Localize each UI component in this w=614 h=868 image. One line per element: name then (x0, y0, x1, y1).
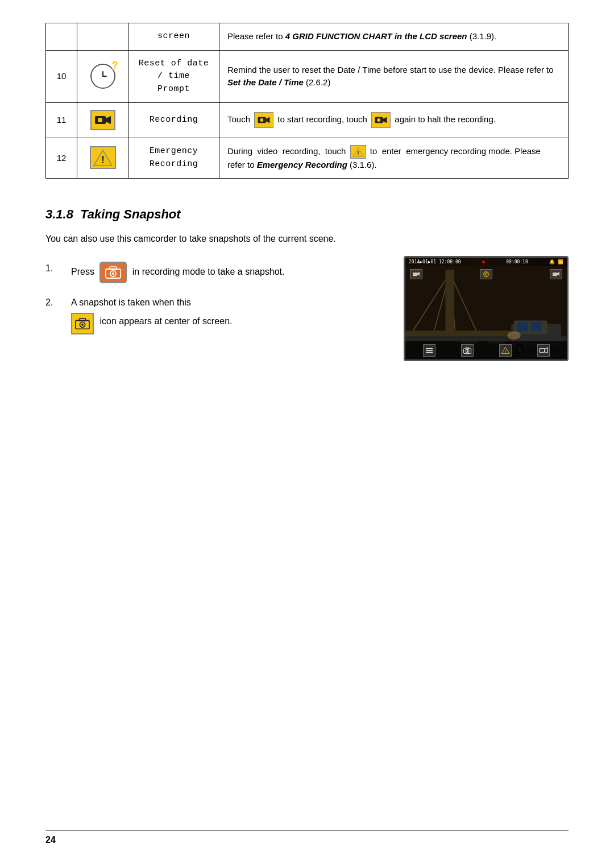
svg-point-54 (112, 272, 114, 275)
svg-marker-40 (557, 272, 559, 276)
row-desc: Remind the user to reset the Date / Time… (219, 50, 569, 103)
svg-marker-9 (383, 117, 387, 123)
row-num: 10 (46, 50, 77, 103)
section-title: 3.1.8 Taking Snapshot (45, 207, 569, 222)
table-row: 10 ? Reset of date / timePrompt Remin (46, 50, 569, 103)
svg-marker-35 (417, 272, 420, 276)
step-1: 1. Press in recording mode to take a sna… (45, 262, 387, 283)
lcd-rec: ● (482, 259, 485, 264)
svg-point-7 (260, 118, 263, 122)
svg-point-10 (377, 118, 380, 122)
table-row: screen Please refer to 4 GRID FUNCTION C… (46, 23, 569, 51)
step-1-num: 1. (45, 262, 71, 275)
row-desc: During video recording, touch ! to enter… (219, 138, 569, 179)
row-icon-cell (77, 103, 128, 138)
lcd-icon-2 (480, 269, 492, 279)
recording-icon (90, 110, 115, 130)
inline-cam-icon-1 (254, 112, 273, 128)
inline-warning-icon: ! (350, 145, 366, 159)
row-num: 12 (46, 138, 77, 179)
row-num (46, 23, 77, 51)
svg-text:!: ! (504, 349, 505, 353)
lcd-top-bar: 2014▶01▶01 12:00:00 ● 00:00:10 🔔 📶 (405, 258, 567, 266)
svg-rect-27 (517, 322, 528, 332)
table-row: 12 ! EmergencyRecording During video rec… (46, 138, 569, 179)
lcd-preview: 2014▶01▶01 12:00:00 ● 00:00:10 🔔 📶 (404, 256, 569, 361)
section-intro: You can also use this camcorder to take … (45, 232, 569, 246)
svg-point-33 (507, 332, 521, 340)
inline-cam-icon-2 (371, 112, 391, 128)
row-name: screen (128, 23, 219, 51)
svg-rect-39 (553, 272, 557, 276)
step-2-num: 2. (45, 296, 71, 309)
svg-line-60 (75, 318, 77, 320)
svg-rect-55 (110, 267, 117, 270)
svg-point-46 (466, 350, 467, 352)
lcd-icons: 🔔 📶 (549, 259, 563, 264)
lcd-menu-btn (423, 344, 435, 357)
row-desc: Please refer to 4 GRID FUNCTION CHART in… (219, 23, 569, 51)
svg-text:!: ! (101, 154, 105, 166)
step-1-content: Press in recording mode to take a snapsh… (71, 262, 387, 283)
lcd-timer: 00:00:10 (506, 259, 528, 264)
page-footer: 24 (45, 830, 569, 845)
step-2: 2. A snapshot is taken when this (45, 296, 387, 334)
step-2-content: A snapshot is taken when this icon ap (71, 296, 387, 334)
lcd-screen: 2014▶01▶01 12:00:00 ● 00:00:10 🔔 📶 (404, 256, 569, 361)
svg-rect-50 (539, 349, 544, 353)
svg-marker-6 (266, 117, 270, 123)
svg-rect-21 (405, 330, 517, 336)
page-number: 24 (45, 835, 56, 845)
svg-point-36 (413, 274, 415, 275)
row-name: EmergencyRecording (128, 138, 219, 179)
svg-point-58 (81, 324, 84, 326)
lcd-icon-1 (410, 269, 422, 279)
lcd-icon-3 (550, 269, 562, 279)
row-icon-cell (77, 23, 128, 51)
lcd-date: 2014▶01▶01 12:00:00 (409, 259, 461, 264)
row-name: Recording (128, 103, 219, 138)
table-row: 11 Recording Touch (46, 103, 569, 138)
svg-marker-51 (545, 348, 547, 353)
section-318: 3.1.8 Taking Snapshot You can also use t… (45, 207, 569, 361)
svg-marker-3 (106, 116, 111, 124)
warning-icon: ! (90, 146, 116, 169)
steps-and-screenshot: 2014▶01▶01 12:00:00 ● 00:00:10 🔔 📶 (45, 262, 569, 361)
lcd-snapshot-btn (461, 344, 474, 357)
row-num: 11 (46, 103, 77, 138)
lcd-middle-icons (405, 269, 567, 279)
snapshot-anim-icon (71, 313, 94, 334)
svg-point-4 (98, 118, 102, 122)
row-name: Reset of date / timePrompt (128, 50, 219, 103)
question-mark: ? (111, 60, 119, 71)
row-desc: Touch to start recording, touch (219, 103, 569, 138)
svg-point-37 (484, 272, 488, 276)
lcd-warning-btn: ! (499, 344, 512, 357)
svg-rect-47 (466, 348, 469, 349)
lcd-record-btn (537, 344, 550, 357)
svg-point-38 (485, 273, 487, 275)
snapshot-button-icon (99, 262, 127, 283)
row-icon-cell: ? (77, 50, 128, 103)
footer-divider (45, 830, 569, 830)
svg-text:!: ! (357, 149, 359, 156)
svg-rect-28 (530, 322, 542, 332)
row-icon-cell: ! (77, 138, 128, 179)
feature-table: screen Please refer to 4 GRID FUNCTION C… (45, 23, 569, 179)
lcd-bottom-bar: ! (405, 341, 567, 359)
